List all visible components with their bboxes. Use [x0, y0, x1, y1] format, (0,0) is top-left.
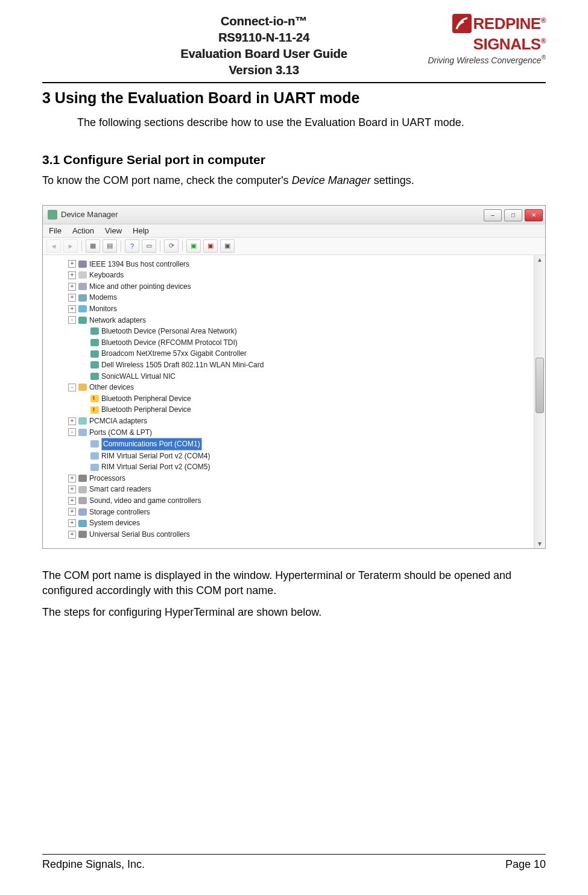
- collapse-icon[interactable]: -: [68, 316, 76, 324]
- toolbar-button-5[interactable]: ▣: [186, 239, 201, 253]
- tree-node[interactable]: RIM Virtual Serial Port v2 (COM5): [45, 461, 531, 473]
- tree-node-label[interactable]: SonicWALL Virtual NIC: [101, 371, 175, 382]
- expand-icon[interactable]: +: [68, 271, 76, 279]
- scroll-thumb[interactable]: [536, 358, 544, 413]
- toolbar-button-2[interactable]: ▤: [103, 239, 117, 253]
- tree-node[interactable]: Dell Wireless 1505 Draft 802.11n WLAN Mi…: [45, 359, 531, 371]
- tree-node[interactable]: +PCMCIA adapters: [45, 416, 531, 427]
- nav-back-button[interactable]: ◄: [46, 239, 61, 253]
- device-icon: [90, 440, 99, 448]
- menu-file[interactable]: File: [49, 226, 62, 235]
- tree-node-label[interactable]: Bluetooth Device (RFCOMM Protocol TDI): [101, 337, 238, 349]
- vertical-scrollbar[interactable]: ▲ ▼: [534, 255, 545, 549]
- tree-node-label[interactable]: Processors: [89, 473, 125, 484]
- scroll-up-arrow[interactable]: ▲: [534, 256, 545, 263]
- logo-tagline-reg: ®: [542, 54, 546, 61]
- tree-node-label[interactable]: System devices: [89, 517, 140, 529]
- toolbar-button-3[interactable]: ▭: [142, 239, 156, 253]
- menu-action[interactable]: Action: [72, 226, 94, 235]
- tree-node[interactable]: Communications Port (COM1): [45, 438, 531, 451]
- tree-node[interactable]: RIM Virtual Serial Port v2 (COM4): [45, 451, 531, 462]
- tree-node[interactable]: +Keyboards: [45, 270, 531, 281]
- toolbar-button-7[interactable]: ▣: [220, 239, 235, 253]
- tree-node-label[interactable]: Bluetooth Device (Personal Area Network): [101, 326, 237, 337]
- tree-node-label[interactable]: Smart card readers: [89, 484, 151, 495]
- doc-title-line-4: Version 3.13: [115, 62, 413, 78]
- tree-node-label[interactable]: Modems: [89, 292, 117, 303]
- device-icon: [90, 395, 99, 402]
- tree-node-label[interactable]: Broadcom NetXtreme 57xx Gigabit Controll…: [101, 348, 247, 359]
- tree-node-label[interactable]: Sound, video and game controllers: [89, 495, 201, 507]
- scroll-down-arrow[interactable]: ▼: [534, 540, 545, 547]
- tree-node[interactable]: -Ports (COM & LPT): [45, 427, 531, 438]
- tree-node[interactable]: SonicWALL Virtual NIC: [45, 371, 531, 382]
- tree-node[interactable]: Broadcom NetXtreme 57xx Gigabit Controll…: [45, 348, 531, 359]
- device-tree[interactable]: +IEEE 1394 Bus host controllers+Keyboard…: [43, 255, 534, 549]
- tree-node-label[interactable]: PCMCIA adapters: [89, 416, 147, 427]
- expand-icon[interactable]: +: [68, 283, 76, 291]
- minimize-button[interactable]: [484, 209, 502, 221]
- tree-node-label[interactable]: Bluetooth Peripheral Device: [101, 393, 191, 405]
- close-button[interactable]: [525, 209, 543, 221]
- menu-view[interactable]: View: [105, 226, 122, 235]
- nav-forward-button[interactable]: ►: [63, 239, 78, 253]
- tree-node[interactable]: +Sound, video and game controllers: [45, 495, 531, 507]
- tree-node[interactable]: -Network adapters: [45, 315, 531, 326]
- device-icon: [78, 317, 87, 324]
- expand-icon[interactable]: +: [68, 508, 76, 516]
- toolbar-help-button[interactable]: ?: [125, 239, 139, 253]
- tree-node[interactable]: +Universal Serial Bus controllers: [45, 529, 531, 540]
- device-icon: [90, 361, 99, 368]
- expand-icon[interactable]: +: [68, 294, 76, 302]
- tree-node[interactable]: -Other devices: [45, 382, 531, 393]
- collapse-icon[interactable]: -: [68, 384, 76, 391]
- expand-icon[interactable]: +: [68, 485, 76, 493]
- window-titlebar[interactable]: Device Manager: [43, 206, 545, 224]
- expand-icon[interactable]: +: [68, 531, 76, 539]
- expand-icon[interactable]: +: [68, 497, 76, 505]
- tree-node[interactable]: +IEEE 1394 Bus host controllers: [45, 259, 531, 270]
- tree-node-label[interactable]: Keyboards: [89, 270, 124, 281]
- toolbar-button-6[interactable]: ▣: [203, 239, 218, 253]
- tree-node[interactable]: +Processors: [45, 473, 531, 484]
- collapse-icon[interactable]: -: [68, 428, 76, 436]
- tree-node-label[interactable]: Bluetooth Peripheral Device: [101, 404, 191, 416]
- tree-connector: [81, 406, 88, 413]
- tree-node[interactable]: +Mice and other pointing devices: [45, 281, 531, 293]
- device-icon: [78, 486, 87, 493]
- tree-node-label[interactable]: RIM Virtual Serial Port v2 (COM4): [101, 451, 210, 462]
- tree-node-label[interactable]: Mice and other pointing devices: [89, 281, 191, 293]
- menu-help[interactable]: Help: [133, 226, 149, 235]
- tree-node-label[interactable]: Storage controllers: [89, 507, 150, 518]
- expand-icon[interactable]: +: [68, 475, 76, 482]
- toolbar-separator: [182, 241, 183, 251]
- toolbar-button-1[interactable]: ▦: [86, 239, 100, 253]
- tree-node[interactable]: +Monitors: [45, 303, 531, 315]
- doc-title-block: Connect-io-n™ RS9110-N-11-24 Evaluation …: [115, 13, 413, 78]
- tree-node[interactable]: Bluetooth Peripheral Device: [45, 393, 531, 405]
- tree-node-label[interactable]: Universal Serial Bus controllers: [89, 529, 190, 540]
- tree-node-label[interactable]: RIM Virtual Serial Port v2 (COM5): [101, 461, 210, 473]
- expand-icon[interactable]: +: [68, 305, 76, 313]
- tree-node[interactable]: +Storage controllers: [45, 507, 531, 518]
- tree-node-label[interactable]: Communications Port (COM1): [101, 438, 202, 451]
- tree-node[interactable]: Bluetooth Device (Personal Area Network): [45, 326, 531, 337]
- tree-node-label[interactable]: Other devices: [89, 382, 134, 393]
- tree-node[interactable]: +System devices: [45, 517, 531, 529]
- tree-node-label[interactable]: IEEE 1394 Bus host controllers: [89, 259, 189, 270]
- expand-icon[interactable]: +: [68, 260, 76, 268]
- tree-node[interactable]: Bluetooth Peripheral Device: [45, 404, 531, 416]
- expand-icon[interactable]: +: [68, 519, 76, 527]
- tree-node[interactable]: +Smart card readers: [45, 484, 531, 495]
- tree-node-label[interactable]: Network adapters: [89, 315, 146, 326]
- tree-node[interactable]: +Modems: [45, 292, 531, 303]
- device-manager-icon: [48, 210, 57, 220]
- tree-node[interactable]: Bluetooth Device (RFCOMM Protocol TDI): [45, 337, 531, 349]
- tree-node-label[interactable]: Monitors: [89, 303, 117, 315]
- tree-node-label[interactable]: Ports (COM & LPT): [89, 427, 152, 438]
- toolbar-button-4[interactable]: ⟳: [164, 239, 179, 253]
- tree-node-label[interactable]: Dell Wireless 1505 Draft 802.11n WLAN Mi…: [101, 359, 264, 371]
- expand-icon[interactable]: +: [68, 417, 76, 425]
- intro-paragraph: The following sections describe how to u…: [77, 115, 546, 130]
- maximize-button[interactable]: [504, 209, 522, 221]
